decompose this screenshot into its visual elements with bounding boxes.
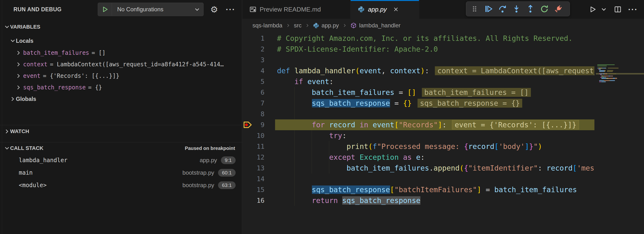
line-number[interactable]: 7: [242, 98, 275, 109]
breadcrumb-separator-icon: [342, 23, 347, 28]
line-number[interactable]: 13: [242, 163, 275, 173]
debug-step-into-icon[interactable]: [510, 3, 524, 15]
line-number[interactable]: 9: [242, 119, 275, 130]
debug-configuration-label[interactable]: No Configurations: [112, 6, 191, 13]
line-number[interactable]: 5: [242, 76, 275, 87]
breadcrumb-item[interactable]: src: [294, 22, 302, 29]
run-dropdown-chevron-icon[interactable]: [600, 6, 608, 13]
code-line[interactable]: sqs_batch_response = {}sqs_batch_respons…: [275, 98, 594, 109]
debug-continue-icon[interactable]: [482, 3, 496, 15]
frame-file: bootstrap.py: [182, 169, 214, 176]
chevron-down-icon[interactable]: [4, 24, 10, 30]
debug-disconnect-icon[interactable]: [551, 3, 565, 15]
frame-file: app.py: [200, 157, 217, 164]
breadcrumb-label: lambda_handler: [359, 22, 400, 29]
call-stack-frame[interactable]: <module>bootstrap.py63:1: [0, 179, 242, 192]
tab-label: app.py: [368, 6, 387, 13]
code-line[interactable]: [275, 55, 594, 65]
line-number[interactable]: 6: [242, 87, 275, 98]
variable-name: context: [23, 61, 48, 68]
call-stack-frame[interactable]: lambda_handlerapp.py9:1: [0, 154, 242, 166]
line-number[interactable]: 2: [242, 44, 275, 55]
globals-group[interactable]: Globals: [10, 94, 36, 104]
chevron-down-icon[interactable]: [10, 38, 16, 44]
code-line[interactable]: [275, 173, 594, 184]
minimap[interactable]: [596, 64, 644, 234]
run-python-file-icon[interactable]: [589, 6, 596, 13]
editor-tab-app-py[interactable]: app.py: [351, 0, 419, 19]
variable-value: = {'Records': [{...}]}: [43, 73, 119, 79]
close-icon[interactable]: [393, 6, 399, 12]
breadcrumb-item[interactable]: app.py: [313, 22, 339, 29]
code-line[interactable]: # Copyright Amazon.com, Inc. or its affi…: [275, 33, 594, 44]
breadcrumb-item[interactable]: lambda_handler: [350, 22, 400, 29]
line-number[interactable]: 12: [242, 152, 275, 163]
breadcrumb-separator-icon: [305, 23, 310, 28]
line-number[interactable]: 1: [242, 33, 275, 44]
locals-group[interactable]: Locals: [10, 36, 34, 46]
breadcrumb: sqs-lambdasrcapp.pylambda_handler: [242, 19, 644, 32]
breadcrumb-separator-icon: [286, 23, 290, 28]
toolbar-drag-handle[interactable]: [468, 3, 482, 15]
debug-restart-icon[interactable]: [538, 3, 551, 15]
breadcrumb-label: sqs-lambda: [252, 22, 282, 29]
code-content[interactable]: # Copyright Amazon.com, Inc. or its affi…: [275, 33, 594, 234]
code-line[interactable]: if event:: [275, 76, 594, 87]
variable-row[interactable]: context= LambdaContext([aws_request_id=a…: [0, 59, 242, 70]
breadcrumb-label: app.py: [322, 22, 339, 29]
chevron-right-icon[interactable]: [16, 50, 22, 56]
line-number[interactable]: 16: [242, 195, 275, 206]
chevron-right-icon[interactable]: [16, 61, 22, 68]
chevron-right-icon[interactable]: [10, 96, 16, 102]
breakpoint-current-line-icon[interactable]: [243, 121, 252, 129]
debug-step-over-icon[interactable]: [496, 3, 510, 15]
more-actions-icon[interactable]: ···: [628, 5, 638, 14]
code-line[interactable]: print(f"Processed message: {record['body…: [275, 141, 594, 152]
line-number[interactable]: 4: [242, 65, 275, 76]
line-number[interactable]: 8: [242, 109, 275, 119]
editor-gutter[interactable]: 12345678910111213141516: [242, 33, 275, 206]
code-line[interactable]: def lambda_handler(event, context):conte…: [275, 65, 594, 76]
more-actions-icon[interactable]: ···: [223, 0, 238, 19]
code-line[interactable]: except Exception as e:: [275, 152, 594, 163]
variable-value: = LambdaContext([aws_request_id=a8fa412f…: [50, 61, 224, 68]
watch-section-header[interactable]: WATCH: [0, 125, 242, 137]
vscode-window: RUN AND DEBUG No Configurations ⚙ ··· VA…: [0, 0, 644, 234]
code-line[interactable]: for record in event["Records"]:event = {…: [275, 119, 594, 130]
line-number[interactable]: 15: [242, 184, 275, 195]
tab-label: Preview README.md: [260, 6, 321, 13]
debug-configuration-dropdown[interactable]: No Configurations: [98, 3, 204, 16]
chevron-right-icon[interactable]: [4, 128, 10, 134]
chevron-down-icon[interactable]: [191, 6, 203, 12]
chevron-right-icon[interactable]: [16, 84, 22, 91]
chevron-right-icon[interactable]: [16, 73, 22, 79]
code-line[interactable]: try:: [275, 130, 594, 141]
variable-row[interactable]: batch_item_failures= []: [0, 47, 242, 59]
line-number[interactable]: 10: [242, 130, 275, 141]
editor-group: Preview README.mdapp.py ··· sqs-lambdasr…: [242, 0, 644, 234]
variable-row[interactable]: sqs_batch_response= {}: [0, 82, 242, 93]
code-line[interactable]: [275, 109, 594, 119]
chevron-down-icon[interactable]: [4, 145, 10, 151]
split-editor-icon[interactable]: [614, 6, 622, 13]
variable-row[interactable]: event= {'Records': [{...}]}: [0, 70, 242, 82]
editor-actions: ···: [589, 0, 638, 19]
code-line[interactable]: return sqs_batch_response: [275, 195, 594, 206]
call-stack-frame[interactable]: mainbootstrap.py60:1: [0, 166, 242, 179]
line-number[interactable]: 14: [242, 173, 275, 184]
line-number[interactable]: 11: [242, 141, 275, 152]
debug-step-out-icon[interactable]: [524, 3, 538, 15]
debug-start-icon[interactable]: [98, 3, 112, 16]
line-number[interactable]: 3: [242, 55, 275, 65]
settings-gear-icon[interactable]: ⚙: [208, 0, 221, 19]
variables-section-header[interactable]: VARIABLES: [4, 22, 40, 32]
run-and-debug-header: RUN AND DEBUG No Configurations ⚙ ···: [0, 0, 242, 19]
breadcrumb-item[interactable]: sqs-lambda: [252, 22, 282, 29]
code-line[interactable]: # SPDX-License-Identifier: Apache-2.0: [275, 44, 594, 55]
code-line[interactable]: sqs_batch_response["batchItemFailures"] …: [275, 184, 594, 195]
editor-tab-preview-readme-md[interactable]: Preview README.md: [242, 0, 351, 19]
code-editor[interactable]: 12345678910111213141516 # Copyright Amaz…: [242, 32, 644, 234]
code-line[interactable]: batch_item_failures = []batch_item_failu…: [275, 87, 594, 98]
code-line[interactable]: batch_item_failures.append({"itemIdentif…: [275, 163, 594, 173]
call-stack-header[interactable]: CALL STACK Paused on breakpoint: [0, 142, 242, 154]
